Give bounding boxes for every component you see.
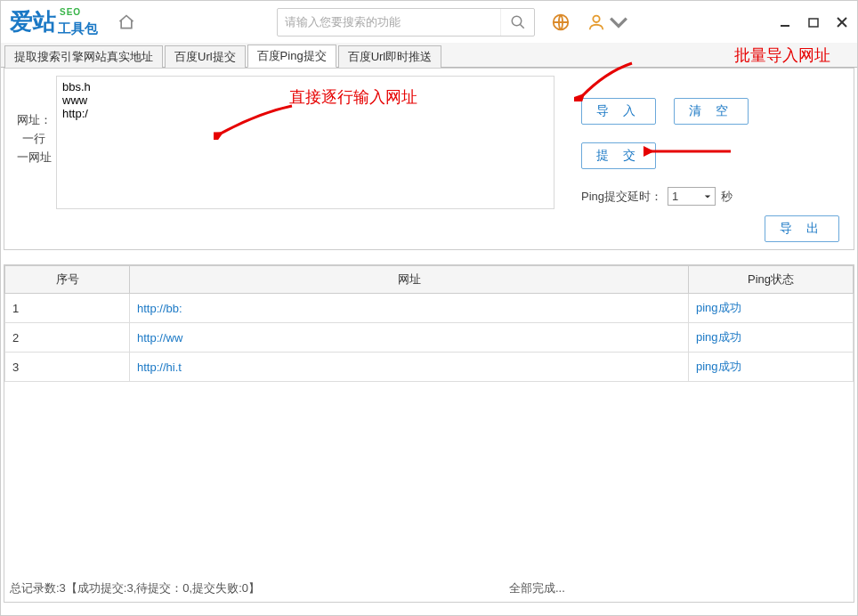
footer-progress: 全部完成... [509,580,565,596]
search-input[interactable] [285,15,500,28]
cell-url[interactable]: http://bb: [130,294,689,323]
user-icon[interactable] [587,12,628,32]
input-panel: 网址： 一行 一网址 导 入 清 空 提 交 Ping提交延时： 1 秒 导 [4,68,854,250]
top-icon-group [551,12,628,32]
annotation-inline-input: 直接逐行输入网址 [289,86,417,108]
chevron-down-icon [609,12,628,32]
status-footer: 总记录数:3【成功提交:3,待提交：0,提交失败:0】 全部完成... [10,580,848,596]
table-row[interactable]: 1 http://bb: ping成功 [5,294,854,323]
search-box [277,8,535,36]
cell-seq: 2 [5,323,130,353]
header-url[interactable]: 网址 [130,266,689,294]
delay-value: 1 [672,190,678,203]
table-row[interactable]: 3 http://hi.t ping成功 [5,353,854,382]
tab-baidu-url-push[interactable]: 百度Url即时推送 [338,45,442,68]
tab-extract-real-url[interactable]: 提取搜索引擎网站真实地址 [4,45,163,68]
svg-line-1 [520,24,524,28]
delay-row: Ping提交延时： 1 秒 导 出 [581,187,846,206]
window-controls [779,16,848,28]
import-button[interactable]: 导 入 [581,98,656,125]
logo-sub: 工具包 [58,20,98,37]
table-header-row: 序号 网址 Ping状态 [5,266,854,294]
cell-url[interactable]: http://hi.t [130,353,689,382]
cell-seq: 1 [5,294,130,323]
footer-stats: 总记录数:3【成功提交:3,待提交：0,提交失败:0】 [10,580,260,596]
table-row[interactable]: 2 http://ww ping成功 [5,323,854,353]
delay-label: Ping提交延时： [581,189,662,205]
maximize-button[interactable] [807,16,820,28]
home-icon[interactable] [117,13,135,31]
header-seq[interactable]: 序号 [5,266,130,294]
arrow-icon [644,143,733,159]
svg-point-3 [593,15,599,21]
export-button[interactable]: 导 出 [765,215,839,242]
logo-text-main: 爱站 [10,6,56,37]
app-logo: 爱站 SEO 工具包 [10,6,98,37]
globe-icon[interactable] [551,12,571,32]
close-button[interactable] [836,16,848,28]
tab-row: 提取搜索引擎网站真实地址 百度Url提交 百度Ping提交 百度Url即时推送 … [1,43,857,68]
svg-rect-5 [809,19,818,27]
tab-baidu-ping-submit[interactable]: 百度Ping提交 [247,45,336,68]
logo-seo: SEO [60,7,81,17]
delay-dropdown[interactable]: 1 [668,187,716,206]
arrow-icon [214,104,294,140]
cell-url[interactable]: http://ww [130,323,689,353]
label-line3: 一网址 [12,149,56,167]
annotation-batch-import: 批量导入网址 [734,45,830,66]
top-bar: 爱站 SEO 工具包 [1,1,857,43]
arrow-icon [574,61,636,101]
cell-seq: 3 [5,353,130,382]
svg-point-0 [512,16,522,26]
result-table: 序号 网址 Ping状态 1 http://bb: ping成功 2 http:… [4,265,854,382]
delay-unit: 秒 [721,189,733,205]
tab-baidu-url-submit[interactable]: 百度Url提交 [165,45,246,68]
cell-status: ping成功 [689,353,854,382]
cell-status: ping成功 [689,323,854,353]
chevron-down-icon [704,193,711,200]
cell-status: ping成功 [689,294,854,323]
clear-button[interactable]: 清 空 [674,98,749,125]
search-button[interactable] [500,9,534,36]
url-label: 网址： 一行 一网址 [12,76,56,242]
minimize-button[interactable] [779,16,791,28]
label-line1: 网址： [12,111,56,130]
search-icon [510,14,526,30]
header-status[interactable]: Ping状态 [689,266,854,294]
result-table-wrap: 序号 网址 Ping状态 1 http://bb: ping成功 2 http:… [4,264,854,603]
label-line2: 一行 [12,130,56,149]
